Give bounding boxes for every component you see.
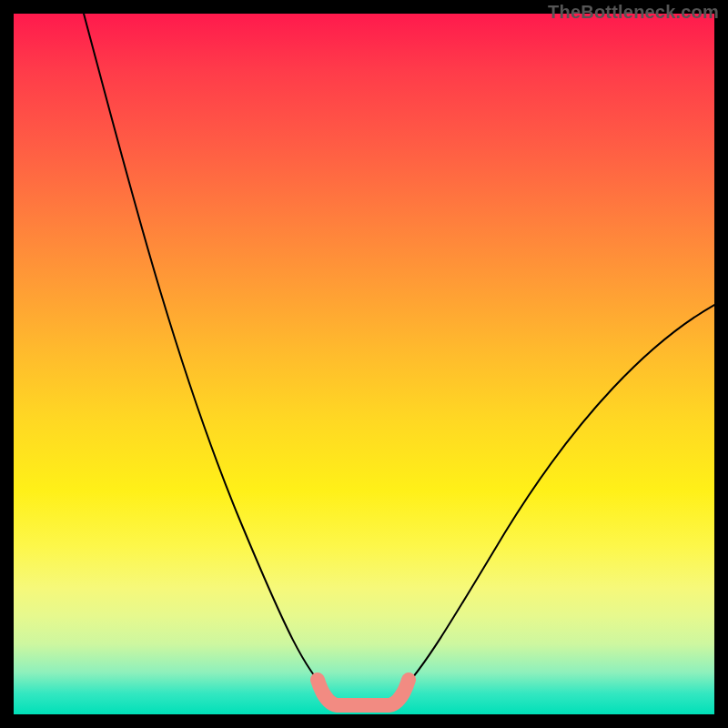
bottleneck-curve xyxy=(84,14,714,708)
chart-plot-area xyxy=(14,14,714,714)
minimum-highlight-blob xyxy=(318,680,409,705)
chart-svg xyxy=(14,14,714,714)
watermark-text: TheBottleneck.com xyxy=(548,2,719,23)
